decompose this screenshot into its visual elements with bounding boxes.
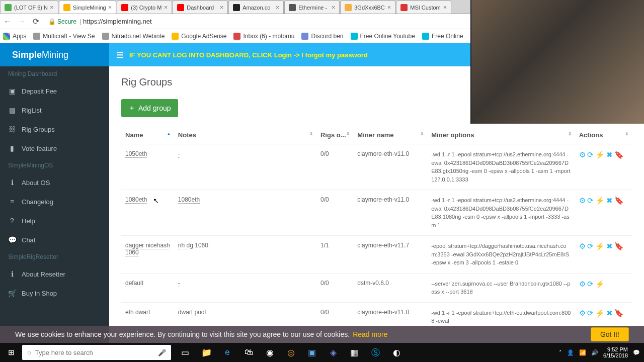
sidebar-item[interactable]: ⛓Rig Groups xyxy=(0,120,109,139)
close-icon[interactable]: × xyxy=(274,4,280,11)
action-icon[interactable]: ⟳ xyxy=(587,150,594,159)
action-icon[interactable]: ⚡ xyxy=(595,309,605,317)
back-button[interactable]: ← xyxy=(3,17,12,26)
cookie-accept-button[interactable]: Got It! xyxy=(591,327,629,341)
tray-up-icon[interactable]: ˄ xyxy=(559,349,562,356)
taskbar-search[interactable]: ○ Type here to search 🎤 xyxy=(22,345,171,360)
cookie-read-more-link[interactable]: Read more xyxy=(353,330,387,338)
group-notes[interactable]: dwarf pool xyxy=(178,309,206,316)
action-icon[interactable]: ✖ xyxy=(606,196,613,205)
col-actions[interactable]: Actions⬍ xyxy=(575,126,632,144)
close-icon[interactable]: × xyxy=(162,4,168,11)
action-icon[interactable]: 🔖 xyxy=(614,150,624,159)
action-icon[interactable]: 🔖 xyxy=(614,309,624,317)
close-icon[interactable]: × xyxy=(330,4,336,11)
close-icon[interactable]: × xyxy=(441,4,447,11)
col-notes[interactable]: Notes⬍ xyxy=(174,126,316,144)
add-group-button[interactable]: ＋Add group xyxy=(121,99,178,117)
group-name[interactable]: default xyxy=(125,280,143,287)
action-icon[interactable]: ⚡ xyxy=(595,150,605,159)
bookmark-item[interactable]: Nitrado.net Webinte xyxy=(102,33,165,40)
volume-icon[interactable]: 🔊 xyxy=(591,349,598,356)
apps-button[interactable]: Apps xyxy=(3,33,26,40)
calculator-icon[interactable]: ▦ xyxy=(344,343,364,362)
group-notes[interactable]: - xyxy=(178,150,180,158)
action-icon[interactable]: ⚡ xyxy=(595,196,605,205)
clock[interactable]: 9:52 PM6/15/2018 xyxy=(603,346,628,358)
explorer-icon[interactable]: 📁 xyxy=(196,343,216,362)
browser-tab[interactable]: MSI Custom× xyxy=(396,1,451,14)
action-icon[interactable]: ⚙ xyxy=(579,196,586,205)
action-icon[interactable]: ⚙ xyxy=(579,242,586,250)
action-icon[interactable]: ⟳ xyxy=(587,196,594,205)
sidebar-item[interactable]: 💬Chat xyxy=(0,230,109,249)
col-rigs[interactable]: Rigs o...⬍ xyxy=(316,126,353,144)
bookmark-item[interactable]: Multicraft - View Se xyxy=(33,33,95,40)
col-miner[interactable]: Miner name⬍ xyxy=(353,126,427,144)
action-icon[interactable]: ✖ xyxy=(606,242,613,250)
app-icon[interactable]: ◎ xyxy=(281,343,301,362)
bookmark-item[interactable]: Free Online xyxy=(422,33,463,40)
action-icon[interactable]: ⚙ xyxy=(579,280,586,288)
store-icon[interactable]: 🛍 xyxy=(238,343,259,362)
task-view-icon[interactable]: ▭ xyxy=(175,343,195,362)
sidebar-item[interactable]: ℹAbout OS xyxy=(0,173,109,192)
bookmark-item[interactable]: Google AdSense xyxy=(172,33,226,40)
edge-icon[interactable]: e xyxy=(217,343,237,362)
browser-tab[interactable]: 3GdXxx6BC× xyxy=(340,1,395,14)
sidebar-item[interactable]: ≡Changelog xyxy=(0,192,109,211)
action-icon[interactable]: ✖ xyxy=(606,150,613,159)
close-icon[interactable]: × xyxy=(385,4,391,11)
close-icon[interactable]: × xyxy=(218,4,224,11)
skype-icon[interactable]: Ⓢ xyxy=(365,343,385,362)
bookmark-item[interactable]: Free Online Youtube xyxy=(351,33,415,40)
action-icon[interactable]: ⚙ xyxy=(579,309,586,317)
obs-icon[interactable]: ◐ xyxy=(386,343,407,362)
app-icon[interactable]: ▣ xyxy=(302,343,322,362)
mic-icon[interactable]: 🎤 xyxy=(158,349,166,356)
chrome-icon[interactable]: ◉ xyxy=(260,343,280,362)
group-name[interactable]: eth dwarf xyxy=(125,309,150,316)
reload-button[interactable]: ⟳ xyxy=(31,17,40,26)
action-icon[interactable]: ⚡ xyxy=(595,242,605,250)
action-icon[interactable]: ⟳ xyxy=(587,242,594,250)
browser-tab[interactable]: Amazon.co× xyxy=(228,1,284,14)
bookmark-item[interactable]: Discord ben xyxy=(301,33,343,40)
people-icon[interactable]: 👤 xyxy=(567,349,574,356)
close-icon[interactable]: × xyxy=(48,4,54,11)
action-icon[interactable]: ⚡ xyxy=(595,280,605,288)
col-name[interactable]: Name▲ xyxy=(121,126,174,144)
close-icon[interactable]: × xyxy=(106,4,112,11)
group-name[interactable]: dagger nicehash 1060 xyxy=(125,242,170,256)
sidebar-item[interactable]: ▮Vote feature xyxy=(0,139,109,158)
start-button[interactable]: ⊞ xyxy=(0,343,22,362)
browser-tab[interactable]: Ethermine -× xyxy=(284,1,340,14)
group-name[interactable]: 1080eth xyxy=(125,196,147,204)
group-notes[interactable]: nh dg 1060 xyxy=(178,242,208,249)
sidebar-item[interactable]: ▣Deposit Fee xyxy=(0,81,109,101)
browser-tab[interactable]: Dashboard× xyxy=(173,1,228,14)
network-icon[interactable]: 📶 xyxy=(579,349,586,356)
group-notes[interactable]: - xyxy=(178,280,180,287)
browser-tab[interactable]: (LOT OF 6) N× xyxy=(0,1,58,14)
group-name[interactable]: 1050eth xyxy=(125,150,147,158)
discord-icon[interactable]: ◈ xyxy=(323,343,343,362)
action-icon[interactable]: ✖ xyxy=(606,309,613,317)
menu-toggle-icon[interactable]: ☰ xyxy=(116,50,123,60)
browser-tab[interactable]: SimpleMining× xyxy=(59,1,117,14)
group-notes[interactable]: 1080eth xyxy=(178,196,200,204)
sidebar-item[interactable]: 🛒Buy in Shop xyxy=(0,284,109,303)
col-opts[interactable]: Miner options⬍ xyxy=(427,126,575,144)
action-icon[interactable]: ⚙ xyxy=(579,150,586,159)
action-icon[interactable]: ⟳ xyxy=(587,309,594,317)
sidebar-item[interactable]: ?Help xyxy=(0,211,109,230)
action-icon[interactable]: 🔖 xyxy=(614,196,624,205)
bookmark-item[interactable]: Inbox (6) - motornu xyxy=(233,33,294,40)
sidebar-item[interactable]: ▤RigList xyxy=(0,101,109,120)
notifications-icon[interactable]: 💬 xyxy=(633,349,640,356)
sidebar-item[interactable]: ℹAbout Resetter xyxy=(0,264,109,284)
action-icon[interactable]: ⟳ xyxy=(587,280,594,288)
action-icon[interactable]: 🔖 xyxy=(614,242,624,250)
forward-button[interactable]: → xyxy=(17,17,26,26)
browser-tab[interactable]: (3) Crypto M× xyxy=(117,1,172,14)
